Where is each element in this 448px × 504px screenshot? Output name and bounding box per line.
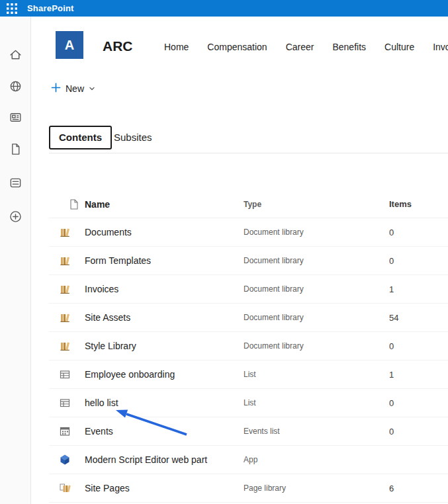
row-name[interactable]: Site Pages [85,483,244,493]
row-items: 0 [389,256,394,266]
document-library-icon [49,226,85,239]
row-name[interactable]: Modern Script Editor web part [85,454,244,465]
table-row[interactable]: Style Library Document library 0 [49,332,448,360]
row-items: 54 [389,313,398,323]
row-name[interactable]: Invoices [85,284,244,294]
row-name[interactable]: Form Templates [85,255,244,266]
row-name[interactable]: Style Library [85,341,244,351]
row-items: 0 [389,398,394,408]
row-type: List [244,370,389,379]
document-library-icon [49,311,85,324]
file-type-column-icon [49,199,85,210]
page-library-icon [49,482,85,495]
table-row[interactable]: Modern Script Editor web part App [49,446,448,474]
row-type: Document library [244,313,389,322]
row-items: 1 [389,284,394,294]
table-header-row: Name Type Items [49,190,448,218]
nav-item-compensation[interactable]: Compensation [207,42,267,56]
suite-bar: SharePoint [0,0,448,17]
row-type: Events list [244,427,389,436]
column-header-type[interactable]: Type [244,200,389,209]
nav-item-home[interactable]: Home [164,42,189,56]
row-items: 0 [389,228,394,237]
globe-icon[interactable] [9,79,22,93]
site-logo-letter: A [65,38,74,53]
news-icon[interactable] [9,110,22,124]
row-type: Document library [244,341,389,351]
app-launcher-waffle-icon[interactable] [7,3,17,14]
row-items: 0 [389,427,394,437]
site-logo[interactable]: A [56,31,83,59]
row-type: Document library [244,284,389,294]
events-icon [49,425,85,438]
suite-bar-app-title[interactable]: SharePoint [27,3,74,13]
home-icon[interactable] [9,48,22,62]
row-name[interactable]: hello list [85,398,244,408]
nav-item-culture[interactable]: Culture [384,42,414,56]
plus-icon [51,83,61,95]
nav-item-invoices[interactable]: Invoices [433,42,448,56]
site-title[interactable]: ARC [103,38,133,54]
table-row[interactable]: Site Pages Page library 6 [49,474,448,503]
table-row[interactable]: Form Templates Document library 0 [49,247,448,275]
nav-item-career[interactable]: Career [286,42,314,56]
site-nav: Home Compensation Career Benefits Cultur… [164,42,448,56]
tab-contents[interactable]: Contents [49,126,112,149]
tab-subsites[interactable]: Subsites [114,132,152,143]
left-app-rail [0,17,31,504]
document-library-icon [49,339,85,353]
document-icon[interactable] [9,142,22,156]
document-library-icon [49,282,85,296]
table-row[interactable]: Invoices Document library 1 [49,275,448,304]
site-contents-table: Name Type Items Documents Document libra… [49,190,448,503]
list-icon [49,396,85,409]
row-type: Page library [244,483,389,493]
row-items: 1 [389,370,394,380]
app-icon [49,453,85,466]
table-row[interactable]: Employee onboarding List 1 [49,360,448,389]
table-row-hello-list[interactable]: hello list List 0 [49,389,448,417]
row-items: 6 [389,483,394,493]
row-name[interactable]: Employee onboarding [85,369,244,380]
nav-item-benefits[interactable]: Benefits [332,42,366,56]
row-type: Document library [244,228,389,237]
new-button-label: New [66,83,84,94]
table-row[interactable]: Events Events list 0 [49,417,448,446]
table-row[interactable]: Documents Document library 0 [49,218,448,247]
column-header-items[interactable]: Items [389,199,412,209]
row-name[interactable]: Documents [85,227,244,237]
row-items: 0 [389,341,394,351]
row-type: Document library [244,256,389,265]
list-icon [49,368,85,381]
column-header-name[interactable]: Name [85,199,244,210]
new-button[interactable]: New [51,81,95,97]
tabs-divider [49,153,448,153]
row-name[interactable]: Events [85,426,244,437]
create-icon[interactable] [9,210,22,224]
lists-icon[interactable] [9,176,22,190]
document-library-icon [49,254,85,267]
table-row[interactable]: Site Assets Document library 54 [49,304,448,332]
row-type: List [244,398,389,407]
row-type: App [244,455,389,464]
row-name[interactable]: Site Assets [85,312,244,323]
chevron-down-icon [89,83,95,95]
